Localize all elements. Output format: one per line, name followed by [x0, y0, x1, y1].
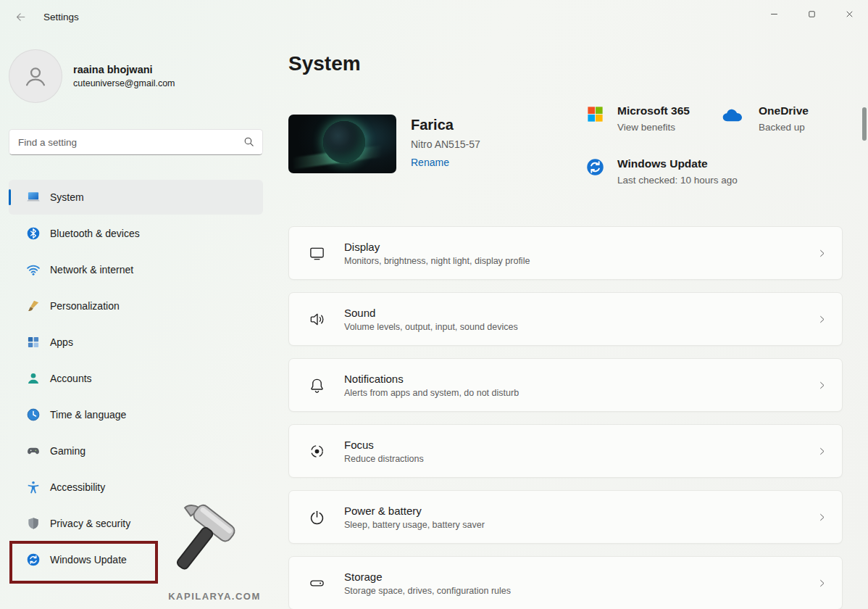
sidebar-item-time-language[interactable]: Time & language	[9, 397, 263, 432]
watermark-text: KAPILARYA.COM	[154, 591, 275, 602]
user-email: cuteuniverse@gmail.com	[73, 78, 175, 88]
accessibility-icon	[26, 480, 41, 494]
setting-title: Sound	[344, 307, 518, 319]
time-language-icon	[26, 407, 41, 422]
close-button[interactable]	[830, 0, 868, 28]
accounts-icon	[26, 371, 41, 386]
selected-indicator	[9, 189, 11, 205]
setting-subtitle: Sleep, battery usage, battery saver	[344, 520, 485, 530]
bluetooth-icon	[26, 226, 41, 241]
status-title: Microsoft 365	[617, 104, 690, 117]
sidebar-item-label: Accessibility	[50, 481, 105, 493]
settings-list: Display Monitors, brightness, night ligh…	[288, 226, 843, 609]
minimize-icon	[769, 9, 780, 20]
user-name: raaina bhojwani	[73, 64, 175, 75]
sidebar-item-gaming[interactable]: Gaming	[9, 434, 263, 468]
scrollbar[interactable]	[862, 41, 867, 606]
status-card-microsoft-365[interactable]: Microsoft 365 View benefits	[585, 104, 721, 133]
device-name: Farica	[411, 117, 480, 133]
status-subtitle: View benefits	[617, 122, 690, 133]
privacy-security-icon	[26, 516, 41, 531]
sidebar-item-personalization[interactable]: Personalization	[9, 289, 263, 323]
sound-icon	[309, 311, 325, 328]
settings-row-storage[interactable]: Storage Storage space, drives, configura…	[288, 556, 843, 609]
user-profile[interactable]: raaina bhojwani cuteuniverse@gmail.com	[9, 49, 263, 103]
sidebar-item-label: Windows Update	[50, 554, 127, 566]
onedrive-icon	[721, 104, 746, 124]
chevron-right-icon	[817, 446, 827, 457]
gaming-icon	[26, 444, 41, 458]
settings-row-sound[interactable]: Sound Volume levels, output, input, soun…	[288, 292, 843, 346]
hammer-icon	[154, 498, 275, 595]
back-button[interactable]	[6, 4, 35, 29]
titlebar: Settings	[0, 0, 868, 41]
person-icon	[20, 61, 51, 91]
setting-subtitle: Volume levels, output, input, sound devi…	[344, 322, 518, 332]
search-icon	[243, 136, 255, 148]
search-box	[9, 129, 263, 155]
personalization-icon	[26, 299, 41, 313]
sidebar-item-label: Accounts	[50, 373, 92, 384]
sidebar-item-network-internet[interactable]: Network & internet	[9, 252, 263, 287]
sidebar-item-system[interactable]: System	[9, 180, 263, 215]
microsoft-365-icon	[585, 104, 605, 124]
maximize-icon	[806, 9, 817, 20]
overview-section: Farica Nitro AN515-57 Rename Microsoft 3…	[288, 115, 843, 186]
sidebar-item-apps[interactable]: Apps	[9, 325, 263, 360]
sidebar-item-label: Time & language	[50, 409, 126, 420]
watermark: KAPILARYA.COM	[154, 498, 275, 602]
settings-row-power-battery[interactable]: Power & battery Sleep, battery usage, ba…	[288, 490, 843, 544]
setting-subtitle: Alerts from apps and system, do not dist…	[344, 388, 519, 398]
windows-update-icon	[26, 552, 41, 567]
sidebar-item-accounts[interactable]: Accounts	[9, 361, 263, 396]
windows-update-icon	[585, 157, 605, 177]
settings-row-display[interactable]: Display Monitors, brightness, night ligh…	[288, 226, 843, 280]
chevron-right-icon	[817, 248, 827, 259]
settings-row-notifications[interactable]: Notifications Alerts from apps and syste…	[288, 358, 843, 412]
wallpaper-planet	[323, 121, 365, 163]
chevron-right-icon	[817, 380, 827, 391]
status-title: Windows Update	[617, 157, 738, 170]
avatar	[9, 49, 62, 103]
setting-title: Focus	[344, 439, 424, 451]
back-icon	[14, 11, 27, 23]
display-icon	[309, 245, 325, 262]
setting-title: Power & battery	[344, 505, 485, 517]
status-grid: Microsoft 365 View benefits OneDrive Bac…	[585, 104, 843, 186]
power-icon	[309, 509, 325, 526]
rename-link[interactable]: Rename	[411, 157, 449, 168]
setting-subtitle: Reduce distractions	[344, 454, 424, 464]
setting-title: Storage	[344, 571, 511, 583]
scrollbar-thumb[interactable]	[862, 107, 867, 141]
settings-row-focus[interactable]: Focus Reduce distractions	[288, 424, 843, 478]
status-subtitle: Backed up	[759, 122, 809, 133]
page-title: System	[288, 52, 843, 75]
chevron-right-icon	[817, 314, 827, 325]
notifications-icon	[309, 377, 325, 394]
sidebar-item-label: Gaming	[50, 445, 85, 457]
sidebar-item-bluetooth-devices[interactable]: Bluetooth & devices	[9, 216, 263, 251]
app-title: Settings	[43, 12, 79, 22]
maximize-button[interactable]	[793, 0, 830, 28]
search-input[interactable]	[9, 129, 263, 155]
setting-subtitle: Monitors, brightness, night light, displ…	[344, 256, 530, 266]
main-content: System Farica Nitro AN515-57 Rename Micr…	[288, 41, 843, 609]
chevron-right-icon	[817, 512, 827, 523]
close-icon	[844, 9, 855, 20]
status-title: OneDrive	[759, 104, 809, 117]
storage-icon	[309, 575, 325, 592]
status-card-windows-update[interactable]: Windows Update Last checked: 10 hours ag…	[585, 157, 721, 186]
window-controls	[755, 0, 868, 28]
device-model: Nitro AN515-57	[411, 138, 480, 150]
device-thumbnail	[288, 115, 396, 173]
network-icon	[26, 262, 41, 277]
chevron-right-icon	[817, 578, 827, 589]
setting-subtitle: Storage space, drives, configuration rul…	[344, 586, 511, 596]
status-card-onedrive[interactable]: OneDrive Backed up	[721, 104, 843, 133]
sidebar-item-label: Apps	[50, 336, 73, 348]
minimize-button[interactable]	[755, 0, 793, 28]
apps-icon	[26, 335, 41, 349]
sidebar-item-label: Personalization	[50, 300, 120, 312]
system-icon	[26, 190, 41, 204]
sidebar-item-label: Privacy & security	[50, 518, 130, 529]
